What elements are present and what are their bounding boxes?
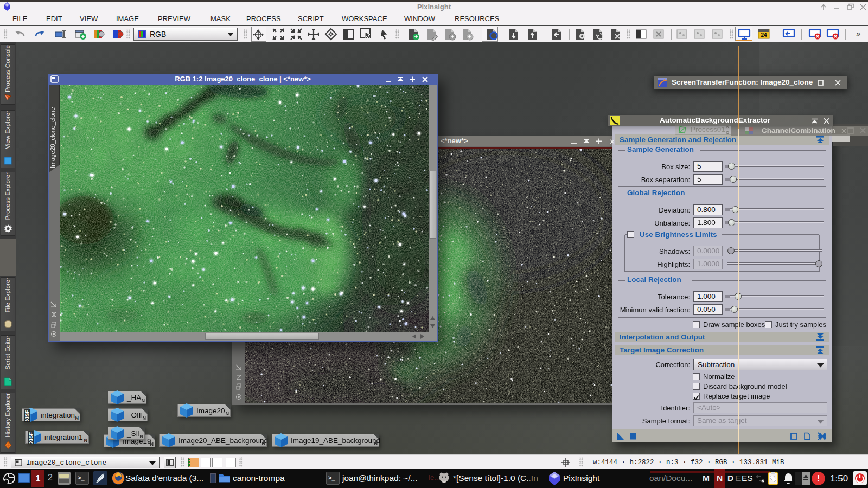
svg-text:24: 24 [761,32,767,38]
svg-text:XISF: XISF [28,432,34,444]
svg-text:XISF: XISF [24,410,30,421]
